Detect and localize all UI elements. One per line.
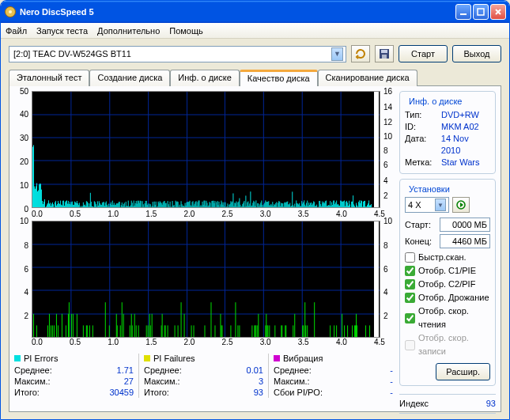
settings-title: Установки [406, 184, 452, 194]
speed-apply-button[interactable] [452, 197, 470, 213]
svg-rect-435 [361, 200, 361, 207]
chk-c1pie[interactable]: Отобр. C1/PIE [405, 264, 490, 278]
svg-rect-94 [92, 206, 93, 207]
svg-rect-312 [263, 204, 264, 207]
legend-pie: PI Errors Среднее:1.71 Максим.:27 Итого:… [14, 354, 134, 398]
svg-rect-103 [99, 201, 100, 207]
tab-disc-info[interactable]: Инф. о диске [170, 70, 239, 86]
minimize-button[interactable] [455, 4, 471, 20]
svg-rect-523 [254, 325, 255, 337]
svg-rect-143 [130, 205, 131, 207]
svg-rect-537 [285, 325, 286, 337]
svg-rect-204 [179, 206, 179, 207]
speed-select[interactable]: 4 X ▼ [405, 197, 449, 213]
svg-rect-192 [169, 206, 170, 207]
legend-jitter-title: Вибрация [283, 354, 323, 363]
chart1-x-axis: 0.00.51.01.52.02.53.03.54.04.5 [14, 210, 393, 221]
svg-rect-294 [249, 203, 250, 207]
svg-rect-238 [206, 206, 206, 207]
svg-rect-178 [158, 202, 159, 207]
end-input[interactable]: 4460 МБ [440, 234, 490, 248]
svg-rect-400 [333, 201, 334, 207]
svg-rect-360 [301, 201, 302, 207]
svg-rect-317 [267, 202, 268, 207]
start-input[interactable]: 0000 МБ [440, 218, 490, 232]
svg-rect-29 [40, 184, 41, 207]
svg-rect-188 [166, 203, 167, 207]
svg-rect-355 [297, 204, 298, 207]
svg-rect-120 [112, 201, 113, 207]
svg-rect-135 [124, 202, 125, 207]
svg-rect-531 [267, 325, 268, 337]
svg-rect-302 [255, 200, 256, 207]
menu-help[interactable]: Помощь [169, 26, 203, 36]
close-button[interactable] [490, 4, 506, 20]
svg-rect-101 [97, 201, 98, 207]
menu-runtest[interactable]: Запуск теста [36, 26, 88, 36]
svg-rect-346 [290, 206, 291, 207]
svg-rect-534 [281, 325, 281, 337]
menu-file[interactable]: Файл [6, 26, 27, 36]
svg-rect-298 [252, 202, 253, 207]
start-button[interactable]: Старт [399, 45, 448, 62]
svg-rect-559 [374, 221, 379, 337]
menu-extra[interactable]: Дополнительно [97, 26, 160, 36]
svg-rect-348 [292, 191, 293, 207]
svg-rect-275 [234, 202, 235, 207]
svg-rect-87 [86, 201, 87, 207]
disc-date: 14 Nov 2010 [441, 133, 490, 157]
svg-rect-273 [232, 193, 233, 207]
chk-c2pif[interactable]: Отобр. C2/PIF [405, 278, 490, 291]
svg-rect-163 [146, 201, 147, 207]
tab-create-disc[interactable]: Создание диска [89, 70, 170, 86]
svg-rect-556 [357, 325, 357, 337]
advanced-button[interactable]: Расшир. [436, 363, 490, 380]
svg-rect-295 [250, 191, 251, 207]
svg-rect-508 [181, 302, 182, 337]
svg-rect-57 [62, 201, 63, 207]
svg-rect-501 [161, 325, 162, 337]
chk-jitter[interactable]: Отобр. Дрожание [405, 291, 490, 305]
disc-type: DVD+RW [441, 109, 479, 121]
tab-scan-disc[interactable]: Сканирование диска [318, 70, 417, 86]
tab-benchmark[interactable]: Эталонный тест [9, 70, 89, 86]
svg-rect-443 [367, 205, 368, 207]
chk-quickscan[interactable]: Быстр.скан. [405, 251, 490, 264]
svg-rect-236 [204, 201, 205, 207]
svg-rect-354 [297, 203, 297, 207]
svg-rect-20 [33, 145, 34, 207]
svg-rect-201 [176, 202, 177, 207]
svg-rect-113 [107, 205, 108, 207]
svg-rect-420 [349, 201, 349, 207]
legend-pif-title: PI Failures [153, 354, 195, 363]
svg-rect-308 [260, 202, 261, 207]
svg-rect-67 [70, 204, 71, 207]
svg-rect-106 [101, 205, 102, 207]
titlebar[interactable]: Nero DiscSpeed 5 [1, 1, 509, 23]
quality-index: 93 [486, 398, 496, 410]
svg-rect-240 [206, 202, 207, 207]
svg-rect-241 [207, 206, 208, 207]
tab-disc-quality[interactable]: Качество диска [240, 70, 318, 86]
svg-rect-181 [161, 202, 161, 207]
svg-rect-232 [201, 205, 202, 207]
svg-rect-389 [324, 203, 325, 207]
chk-readspeed[interactable]: Отобр. скор. чтения [405, 305, 490, 331]
svg-rect-6 [382, 55, 387, 59]
svg-rect-72 [74, 202, 75, 207]
svg-rect-217 [189, 202, 190, 207]
svg-rect-322 [271, 206, 272, 207]
svg-rect-184 [163, 202, 164, 207]
exit-button[interactable]: Выход [452, 45, 501, 62]
maximize-button[interactable] [473, 4, 489, 20]
svg-rect-253 [217, 201, 217, 207]
svg-rect-535 [281, 325, 282, 337]
svg-rect-205 [179, 205, 180, 207]
svg-rect-193 [170, 202, 171, 207]
svg-rect-41 [50, 202, 51, 207]
svg-rect-491 [131, 314, 132, 337]
drive-select[interactable]: [2:0] TEAC DV-W524GS BT11 ▼ [9, 46, 346, 62]
refresh-button[interactable] [351, 45, 370, 62]
svg-rect-207 [181, 201, 182, 207]
save-button[interactable] [375, 45, 394, 62]
